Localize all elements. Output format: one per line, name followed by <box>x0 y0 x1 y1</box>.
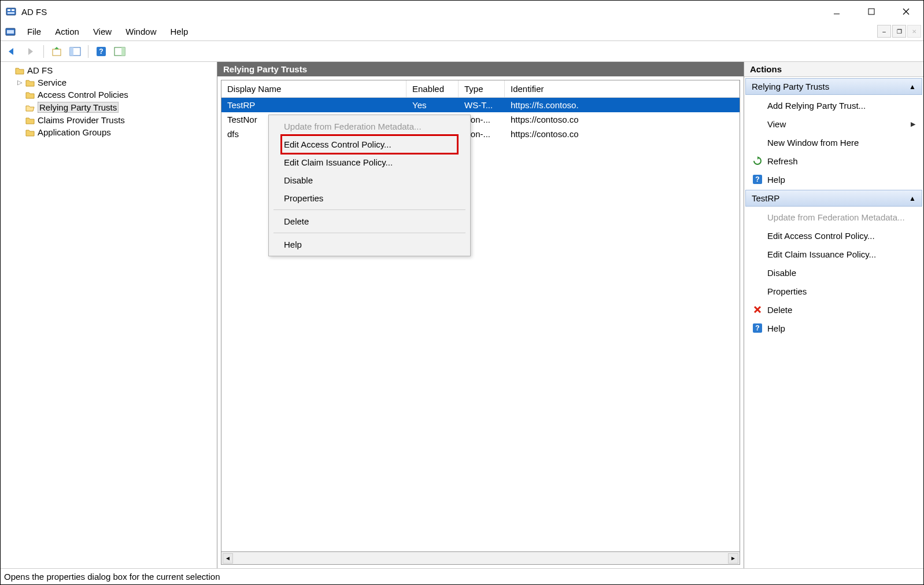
action-label: View <box>767 119 786 129</box>
cm-edit-claim-issuance-policy[interactable]: Edit Claim Issuance Policy... <box>269 153 470 171</box>
back-button[interactable] <box>4 43 20 60</box>
menu-window[interactable]: Window <box>119 24 163 39</box>
actions-pane: Actions Relying Party Trusts ▲ Add Relyi… <box>744 62 923 568</box>
svg-rect-15 <box>70 47 73 56</box>
blank-icon <box>752 267 763 278</box>
horizontal-scrollbar[interactable]: ◄ ► <box>221 552 740 565</box>
menu-view[interactable]: View <box>86 24 119 39</box>
forward-button[interactable] <box>23 43 39 60</box>
cm-help[interactable]: Help <box>269 236 470 253</box>
tree-item-application-groups[interactable]: Application Groups <box>1 126 217 138</box>
action-label: Disable <box>767 268 796 278</box>
action-label: Properties <box>767 286 807 296</box>
close-button[interactable] <box>889 1 923 23</box>
svg-rect-2 <box>12 9 14 11</box>
action-label: New Window from Here <box>767 138 859 148</box>
maximize-button[interactable] <box>854 1 889 23</box>
help-icon: ? <box>752 323 763 333</box>
menu-help[interactable]: Help <box>163 24 195 39</box>
show-hide-action-pane-button[interactable] <box>112 43 128 60</box>
cell-identifier: https://contoso.co <box>505 128 740 140</box>
cm-edit-access-control-policy[interactable]: Edit Access Control Policy... <box>269 135 470 153</box>
actions-section-testrp-header[interactable]: TestRP ▲ <box>745 190 922 207</box>
minimize-button[interactable] <box>819 1 854 23</box>
action-help[interactable]: ?Help <box>744 170 923 189</box>
blank-icon <box>752 119 763 129</box>
tree-item-label: Application Groups <box>38 127 111 137</box>
show-hide-tree-button[interactable] <box>67 43 83 60</box>
menu-file[interactable]: File <box>20 24 48 39</box>
action-label: Update from Federation Metadata... <box>767 212 905 222</box>
toolbar-separator <box>43 45 44 58</box>
context-menu: Update from Federation Metadata... Edit … <box>268 115 471 256</box>
mdi-close[interactable]: ✕ <box>907 25 921 38</box>
col-enabled[interactable]: Enabled <box>406 80 459 97</box>
cm-separator <box>273 209 465 210</box>
expander-icon[interactable]: ▷ <box>14 79 25 86</box>
help-button[interactable]: ? <box>93 43 109 60</box>
mdi-restore[interactable]: ❐ <box>892 25 906 38</box>
action-label: Edit Access Control Policy... <box>767 231 875 241</box>
svg-rect-19 <box>121 47 125 56</box>
blank-icon <box>752 286 763 296</box>
folder-icon <box>25 78 35 87</box>
action-edit-access-control-policy[interactable]: Edit Access Control Policy... <box>744 226 923 245</box>
cell-name: TestRP <box>221 99 406 111</box>
tree-item-access-control-policies[interactable]: Access Control Policies <box>1 89 217 101</box>
action-update-fed-metadata[interactable]: Update from Federation Metadata... <box>744 208 923 226</box>
action-label: Help <box>767 175 785 185</box>
svg-rect-5 <box>868 9 874 14</box>
col-type[interactable]: Type <box>459 80 505 97</box>
titlebar: AD FS <box>1 1 923 23</box>
cm-disable[interactable]: Disable <box>269 171 470 189</box>
tree-item-service[interactable]: ▷ Service <box>1 76 217 89</box>
tree-item-claims-provider-trusts[interactable]: Claims Provider Trusts <box>1 114 217 126</box>
actions-section-rpt-header[interactable]: Relying Party Trusts ▲ <box>745 78 922 95</box>
scroll-left-icon[interactable]: ◄ <box>223 553 233 564</box>
tree-item-label: Claims Provider Trusts <box>38 115 125 125</box>
up-button[interactable] <box>49 43 65 60</box>
toolbar: ? <box>1 41 923 62</box>
actions-body: Relying Party Trusts ▲ Add Relying Party… <box>744 77 923 568</box>
col-identifier[interactable]: Identifier <box>505 80 740 97</box>
svg-marker-10 <box>9 48 13 55</box>
tree-pane: AD FS ▷ Service Access Control Policies … <box>1 62 217 568</box>
window-controls <box>819 1 923 23</box>
collapse-icon[interactable]: ▲ <box>909 194 916 203</box>
tree-item-label: Service <box>38 78 66 87</box>
folder-icon <box>25 90 35 100</box>
action-label: Help <box>767 323 785 333</box>
window-title: AD FS <box>21 7 819 17</box>
list-row[interactable]: TestRP Yes WS-T... https://fs.contoso. <box>221 98 740 112</box>
mdi-minimize[interactable]: – <box>877 25 891 38</box>
cm-update-fed-metadata[interactable]: Update from Federation Metadata... <box>269 117 470 135</box>
svg-text:?: ? <box>755 175 759 183</box>
action-disable[interactable]: Disable <box>744 263 923 282</box>
action-refresh[interactable]: Refresh <box>744 152 923 170</box>
svg-text:?: ? <box>755 324 759 332</box>
collapse-icon[interactable]: ▲ <box>909 83 916 91</box>
action-view[interactable]: View <box>744 115 923 133</box>
tree-item-label: Access Control Policies <box>38 90 128 100</box>
folder-icon <box>25 128 35 137</box>
cell-identifier: https://contoso.co <box>505 113 740 126</box>
tree-item-relying-party-trusts[interactable]: Relying Party Trusts <box>1 101 217 114</box>
action-properties[interactable]: Properties <box>744 282 923 300</box>
menu-action[interactable]: Action <box>48 24 86 39</box>
svg-rect-3 <box>8 12 14 14</box>
blank-icon <box>752 100 763 111</box>
scroll-right-icon[interactable]: ► <box>728 553 738 564</box>
menubar: File Action View Window Help – ❐ ✕ <box>1 23 923 41</box>
tree-root-adfs[interactable]: AD FS <box>1 64 217 76</box>
action-delete[interactable]: Delete <box>744 300 923 319</box>
cm-properties[interactable]: Properties <box>269 189 470 207</box>
col-display-name[interactable]: Display Name <box>221 80 406 97</box>
action-edit-claim-issuance-policy[interactable]: Edit Claim Issuance Policy... <box>744 245 923 263</box>
svg-marker-13 <box>54 47 59 49</box>
action-new-window[interactable]: New Window from Here <box>744 133 923 152</box>
action-help-2[interactable]: ?Help <box>744 319 923 337</box>
action-add-relying-party-trust[interactable]: Add Relying Party Trust... <box>744 96 923 115</box>
actions-section-title: TestRP <box>752 193 779 203</box>
cm-delete[interactable]: Delete <box>269 212 470 230</box>
tree-root-label: AD FS <box>27 65 53 75</box>
